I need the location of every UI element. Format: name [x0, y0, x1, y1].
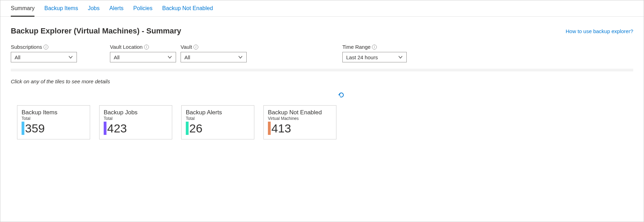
filter-time-range: Time Range i Last 24 hours [342, 44, 407, 62]
info-icon[interactable]: i [43, 45, 48, 49]
tab-backup-not-enabled[interactable]: Backup Not Enabled [162, 5, 213, 17]
tile-value: 423 [107, 122, 127, 134]
tab-alerts[interactable]: Alerts [109, 5, 124, 17]
tab-policies[interactable]: Policies [133, 5, 152, 17]
chevron-down-icon [68, 55, 73, 60]
label-text: Subscriptions [11, 44, 42, 50]
tile-title: Backup Alerts [186, 109, 250, 116]
tile-accent-bar [22, 122, 24, 135]
tile-sub: Virtual Machines [268, 116, 332, 121]
hint-text: Click on any of the tiles to see more de… [0, 71, 644, 84]
filter-time-range-label: Time Range i [342, 44, 407, 50]
main-container: Summary Backup Items Jobs Alerts Policie… [0, 0, 644, 222]
select-value: All [15, 54, 21, 60]
chevron-down-icon [167, 55, 172, 60]
tile-accent-bar [104, 122, 106, 135]
divider [11, 69, 633, 71]
tab-summary[interactable]: Summary [11, 5, 34, 17]
chevron-down-icon [238, 55, 243, 60]
tile-value-row: 413 [268, 122, 332, 135]
tile-title: Backup Jobs [104, 109, 168, 116]
tile-accent-bar [186, 122, 189, 135]
tile-title: Backup Not Enabled [268, 109, 332, 116]
filter-subscriptions: Subscriptions i All [11, 44, 77, 62]
select-value: Last 24 hours [346, 54, 378, 60]
undo-icon[interactable] [337, 91, 345, 100]
tile-title: Backup Items [22, 109, 86, 116]
tile-accent-bar [268, 122, 271, 135]
filter-bar: Subscriptions i All Vault Location i All [0, 36, 644, 69]
filter-vault-label: Vault i [181, 44, 247, 50]
tiles-row: Backup Items Total 359 Backup Jobs Total… [0, 105, 644, 139]
vault-location-select[interactable]: All [110, 52, 176, 62]
tile-sub: Total [22, 116, 86, 121]
select-value: All [114, 54, 120, 60]
tab-backup-items[interactable]: Backup Items [44, 5, 78, 17]
help-link[interactable]: How to use backup explorer? [566, 28, 633, 34]
tile-sub: Total [104, 116, 168, 121]
filter-vault: Vault i All [181, 44, 247, 62]
tile-value-row: 359 [22, 122, 86, 135]
tile-backup-items[interactable]: Backup Items Total 359 [17, 105, 90, 139]
tile-backup-alerts[interactable]: Backup Alerts Total 26 [181, 105, 254, 139]
subscriptions-select[interactable]: All [11, 52, 77, 62]
tab-jobs[interactable]: Jobs [88, 5, 100, 17]
page-title: Backup Explorer (Virtual Machines) - Sum… [11, 26, 181, 36]
tab-bar: Summary Backup Items Jobs Alerts Policie… [0, 0, 644, 17]
info-icon[interactable]: i [193, 45, 198, 49]
filter-vault-location: Vault Location i All [110, 44, 176, 62]
label-text: Vault Location [110, 44, 143, 50]
filter-vault-location-label: Vault Location i [110, 44, 176, 50]
label-text: Time Range [342, 44, 371, 50]
info-icon[interactable]: i [372, 45, 377, 49]
label-text: Vault [181, 44, 192, 50]
select-value: All [184, 54, 190, 60]
tile-value-row: 423 [104, 122, 168, 135]
tile-value: 359 [25, 122, 45, 134]
time-range-select[interactable]: Last 24 hours [342, 52, 407, 62]
tile-value-row: 26 [186, 122, 250, 135]
vault-select[interactable]: All [181, 52, 247, 62]
filter-subscriptions-label: Subscriptions i [11, 44, 77, 50]
tile-backup-jobs[interactable]: Backup Jobs Total 423 [99, 105, 172, 139]
tile-value: 26 [189, 122, 202, 134]
info-icon[interactable]: i [144, 45, 149, 49]
undo-area [0, 84, 644, 105]
tile-sub: Total [186, 116, 250, 121]
tile-backup-not-enabled[interactable]: Backup Not Enabled Virtual Machines 413 [263, 105, 336, 139]
tile-value: 413 [271, 122, 291, 134]
header-row: Backup Explorer (Virtual Machines) - Sum… [0, 17, 644, 36]
chevron-down-icon [398, 55, 403, 60]
